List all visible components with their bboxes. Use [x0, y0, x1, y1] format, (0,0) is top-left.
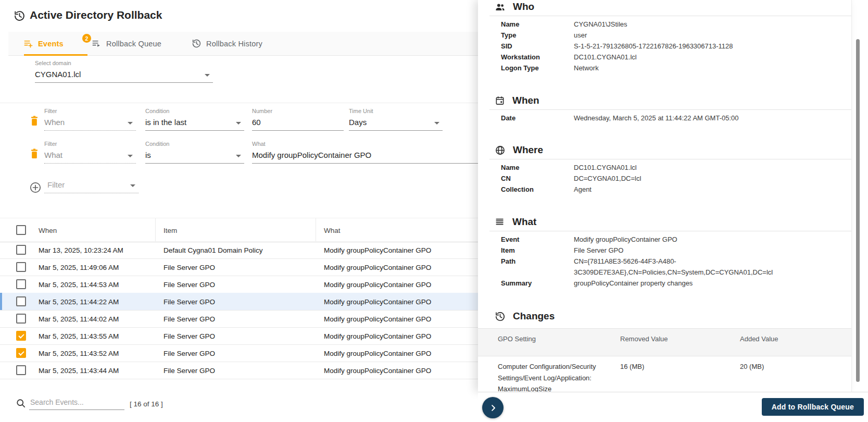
event-item: File Server GPO: [163, 263, 215, 271]
chevron-down-icon: [128, 122, 133, 125]
event-when: Mar 5, 2025, 11:43:44 AM: [39, 366, 119, 374]
event-when: Mar 5, 2025, 11:44:22 AM: [39, 297, 119, 305]
event-row[interactable]: Mar 13, 2025, 10:23:24 AM Default Cygna0…: [0, 241, 478, 259]
plus-circle-icon[interactable]: [29, 181, 42, 194]
add-filter-select[interactable]: Filter: [44, 180, 139, 193]
what-value-input[interactable]: What Modify groupPolicyContainer GPO: [252, 140, 478, 164]
tab-rollback-queue[interactable]: Rollback Queue: [92, 32, 161, 55]
condition-label: Condition: [145, 107, 244, 115]
event-when: Mar 5, 2025, 11:44:02 AM: [39, 315, 119, 322]
event-when: Mar 5, 2025, 11:44:53 AM: [39, 280, 119, 288]
event-row[interactable]: Mar 5, 2025, 11:49:06 AM File Server GPO…: [0, 258, 478, 276]
select-domain-value: CYGNA01.lcl: [35, 70, 213, 83]
condition-select-what[interactable]: Condition is: [145, 140, 244, 164]
row-checkbox[interactable]: [16, 279, 26, 289]
time-unit-value: Days: [349, 118, 443, 131]
section-heading: Changes: [513, 311, 555, 322]
select-domain-dropdown[interactable]: Select domain CYGNA01.lcl: [35, 59, 213, 83]
event-row[interactable]: Mar 5, 2025, 11:43:52 AM File Server GPO…: [0, 344, 478, 362]
filter-type-select-when[interactable]: Filter When: [44, 107, 136, 131]
event-item: File Server GPO: [163, 366, 215, 374]
section-heading: When: [512, 95, 539, 106]
chevron-down-icon: [205, 74, 210, 77]
event-when: Mar 5, 2025, 11:49:06 AM: [39, 263, 119, 271]
detail-row: ItemFile Server GPO: [501, 245, 839, 256]
chevron-right-icon: [488, 403, 498, 413]
when-section: When DateWednesday, March 5, 2025 at 11:…: [478, 94, 851, 123]
active-directory-rollback-app: Active Directory Rollback Events 2 Rollb…: [0, 0, 868, 422]
detail-row: CollectionAgent: [501, 184, 839, 195]
event-row-selected[interactable]: Mar 5, 2025, 11:44:22 AM File Server GPO…: [0, 293, 478, 311]
detail-row: Logon TypeNetwork: [501, 63, 839, 73]
active-tab-indicator: [24, 54, 87, 56]
row-checkbox-checked[interactable]: [16, 348, 26, 358]
filter-type-select-what[interactable]: Filter What: [44, 140, 136, 164]
queue-count-badge: 2: [82, 34, 91, 43]
event-what: Modify groupPolicyContainer GPO: [324, 297, 431, 305]
globe-icon: [495, 145, 506, 156]
row-checkbox[interactable]: [16, 365, 26, 375]
events-table-header: When Item What: [0, 218, 478, 242]
collapse-panel-button[interactable]: [482, 397, 504, 418]
event-row[interactable]: Mar 5, 2025, 11:44:53 AM File Server GPO…: [0, 276, 478, 293]
detail-row: SIDS-1-5-21-791326805-1722167826-1963306…: [501, 41, 839, 52]
search-events-input[interactable]: [29, 397, 124, 410]
detail-row: DateWednesday, March 5, 2025 at 11:44:22…: [501, 113, 839, 123]
added-value: 20 (MB): [740, 361, 839, 395]
who-section: Who NameCYGNA01\JStiles Typeuser SIDS-1-…: [478, 0, 851, 73]
gpo-setting: Computer Configuration/Security Settings…: [498, 361, 620, 395]
filter-type-label: Filter: [44, 140, 136, 147]
event-what: Modify groupPolicyContainer GPO: [324, 366, 431, 374]
section-heading: Who: [513, 1, 534, 13]
event-row[interactable]: Mar 5, 2025, 11:44:02 AM File Server GPO…: [0, 310, 478, 328]
column-header-when[interactable]: When: [39, 226, 57, 234]
section-heading: Where: [513, 144, 543, 156]
add-to-rollback-queue-button[interactable]: Add to Rollback Queue: [762, 398, 864, 416]
column-header-what[interactable]: What: [324, 226, 341, 234]
detail-row: EventModify groupPolicyContainer GPO: [501, 234, 839, 245]
row-checkbox[interactable]: [16, 296, 26, 306]
detail-row: PathCN={7811A8E3-5626-44F3-A480-3C309DE7…: [501, 256, 839, 278]
detail-row: Typeuser: [501, 30, 839, 41]
tab-bar: Events 2 Rollback Queue Rollback History: [8, 32, 478, 56]
row-checkbox-checked[interactable]: [16, 331, 26, 341]
number-input[interactable]: Number 60: [252, 107, 344, 131]
column-divider: [316, 218, 316, 241]
row-checkbox[interactable]: [16, 262, 26, 272]
tab-rollback-history[interactable]: Rollback History: [192, 32, 262, 55]
scrollbar-thumb[interactable]: [856, 39, 860, 382]
row-checkbox[interactable]: [16, 314, 26, 324]
search-icon: [16, 398, 26, 408]
delete-when-filter-button[interactable]: [29, 115, 40, 127]
column-header-item[interactable]: Item: [163, 226, 177, 234]
detail-row: WorkstationDC101.CYGNA01.lcl: [501, 52, 839, 63]
event-row[interactable]: Mar 5, 2025, 11:43:55 AM File Server GPO…: [0, 327, 478, 345]
chevron-down-icon: [236, 155, 241, 157]
delete-what-filter-button[interactable]: [29, 148, 40, 159]
condition-select-when[interactable]: Condition is in the last: [145, 107, 244, 131]
event-item: Default Cygna01 Domain Policy: [163, 246, 263, 254]
detail-row: SummarygroupPolicyContainer property cha…: [501, 278, 839, 289]
select-all-checkbox[interactable]: [16, 225, 26, 235]
chevron-down-icon: [236, 122, 241, 125]
event-when: Mar 13, 2025, 10:23:24 AM: [39, 246, 123, 254]
column-header-added-value: Added Value: [740, 335, 839, 356]
time-unit-label: Time Unit: [349, 107, 443, 115]
event-when: Mar 5, 2025, 11:43:52 AM: [39, 349, 119, 357]
condition-value: is in the last: [145, 118, 244, 131]
details-footer: Add to Rollback Queue: [478, 392, 868, 422]
lines-icon: [495, 217, 505, 227]
event-row[interactable]: Mar 5, 2025, 11:43:44 AM File Server GPO…: [0, 362, 478, 379]
tab-events[interactable]: Events: [23, 32, 64, 55]
history-icon: [192, 39, 202, 48]
detail-row: CNDC=CYGNA01,DC=lcl: [501, 173, 839, 184]
time-unit-select[interactable]: Time Unit Days: [349, 107, 443, 131]
tab-history-label: Rollback History: [206, 40, 262, 48]
event-what: Modify groupPolicyContainer GPO: [324, 280, 431, 288]
detail-row: NameCYGNA01\JStiles: [501, 19, 839, 30]
changes-section: Changes GPO Setting Removed Value Added …: [478, 309, 851, 395]
row-checkbox[interactable]: [16, 245, 26, 255]
event-what: Modify groupPolicyContainer GPO: [324, 349, 431, 357]
chevron-down-icon: [434, 122, 439, 125]
changes-table-row: Computer Configuration/Security Settings…: [478, 356, 851, 395]
